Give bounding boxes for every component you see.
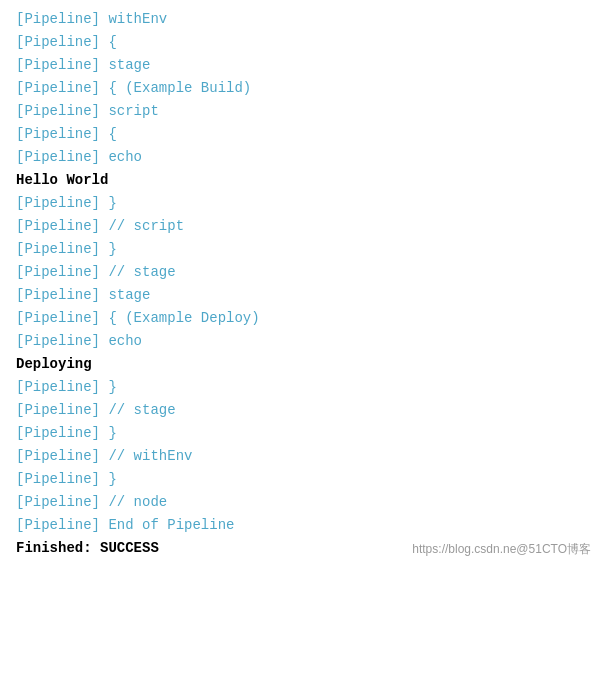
console-line: [Pipeline] // stage [0, 261, 601, 284]
console-line: Hello World [0, 169, 601, 192]
console-line: [Pipeline] { [0, 31, 601, 54]
console-line: [Pipeline] stage [0, 284, 601, 307]
console-line: [Pipeline] } [0, 422, 601, 445]
console-line: [Pipeline] } [0, 238, 601, 261]
watermark: https://blog.csdn.ne@51CTO博客 [412, 541, 591, 558]
console-line: [Pipeline] } [0, 192, 601, 215]
console-line: [Pipeline] script [0, 100, 601, 123]
console-line: [Pipeline] // script [0, 215, 601, 238]
console-line: [Pipeline] { (Example Build) [0, 77, 601, 100]
console-output: [Pipeline] withEnv[Pipeline] {[Pipeline]… [0, 0, 601, 568]
console-line: [Pipeline] stage [0, 54, 601, 77]
console-line: [Pipeline] { [0, 123, 601, 146]
console-line: [Pipeline] // node [0, 491, 601, 514]
console-line: [Pipeline] } [0, 468, 601, 491]
console-line: [Pipeline] echo [0, 146, 601, 169]
console-line: [Pipeline] // stage [0, 399, 601, 422]
console-line: [Pipeline] withEnv [0, 8, 601, 31]
console-line: [Pipeline] } [0, 376, 601, 399]
console-line: [Pipeline] // withEnv [0, 445, 601, 468]
console-line: Deploying [0, 353, 601, 376]
console-line: [Pipeline] { (Example Deploy) [0, 307, 601, 330]
console-line: [Pipeline] End of Pipeline [0, 514, 601, 537]
console-line: [Pipeline] echo [0, 330, 601, 353]
